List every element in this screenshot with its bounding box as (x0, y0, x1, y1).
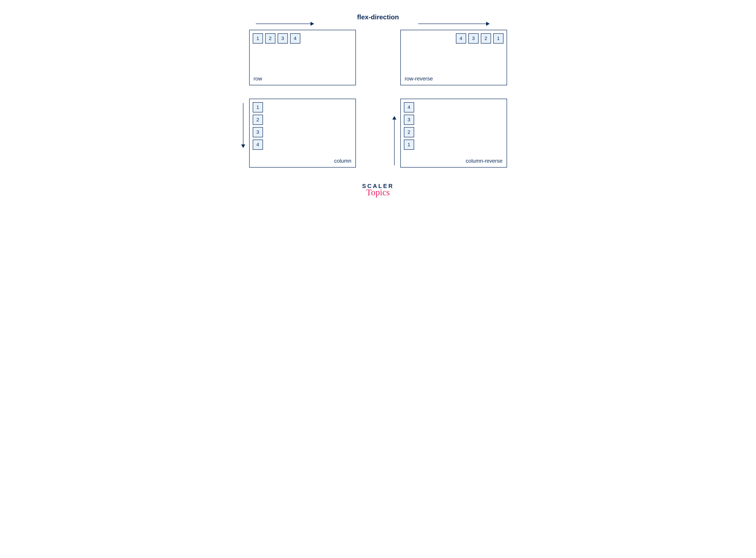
flex-item: 2 (481, 33, 491, 44)
arrow-right-icon (418, 24, 489, 24)
logo-line2: Topics (236, 188, 520, 197)
flex-item: 1 (253, 102, 263, 112)
panel-column-wrap: 1 2 3 4 column (249, 99, 356, 168)
panel-column-reverse-wrap: 1 2 3 4 column-reverse (400, 99, 507, 168)
diagram-page: flex-direction 1 2 3 4 row 1 2 (227, 0, 529, 206)
arrow-right-icon (256, 24, 313, 24)
flex-item: 3 (253, 127, 263, 137)
arrow-down-icon (243, 103, 244, 148)
flex-item: 4 (253, 140, 263, 150)
items-column-reverse: 1 2 3 4 (404, 102, 503, 164)
panel-label: column (334, 158, 351, 164)
panel-row-reverse: 1 2 3 4 row-reverse (400, 30, 507, 85)
panels-grid: 1 2 3 4 row 1 2 3 4 row-reverse (236, 30, 520, 168)
flex-item: 1 (253, 33, 263, 44)
flex-item: 4 (290, 33, 300, 44)
arrow-up-icon (394, 117, 395, 165)
items-row-reverse: 1 2 3 4 (404, 33, 503, 44)
items-column: 1 2 3 4 (253, 102, 352, 150)
brand-logo: SCALER Topics (236, 183, 520, 197)
flex-item: 2 (253, 115, 263, 125)
panel-row: 1 2 3 4 row (249, 30, 356, 85)
flex-item: 4 (404, 102, 414, 112)
panel-label: column-reverse (466, 158, 502, 164)
flex-item: 3 (468, 33, 479, 44)
panel-column: 1 2 3 4 column (249, 99, 356, 168)
diagram-title: flex-direction (236, 13, 520, 21)
panel-label: row-reverse (405, 76, 433, 82)
panel-row-wrap: 1 2 3 4 row (249, 30, 356, 85)
flex-item: 1 (404, 140, 414, 150)
flex-item: 4 (456, 33, 466, 44)
flex-item: 1 (493, 33, 503, 44)
flex-item: 3 (278, 33, 288, 44)
flex-item: 3 (404, 115, 414, 125)
panel-label: row (254, 76, 262, 82)
flex-item: 2 (265, 33, 275, 44)
flex-item: 2 (404, 127, 414, 137)
panel-column-reverse: 1 2 3 4 column-reverse (400, 99, 507, 168)
items-row: 1 2 3 4 (253, 33, 352, 44)
panel-row-reverse-wrap: 1 2 3 4 row-reverse (400, 30, 507, 85)
